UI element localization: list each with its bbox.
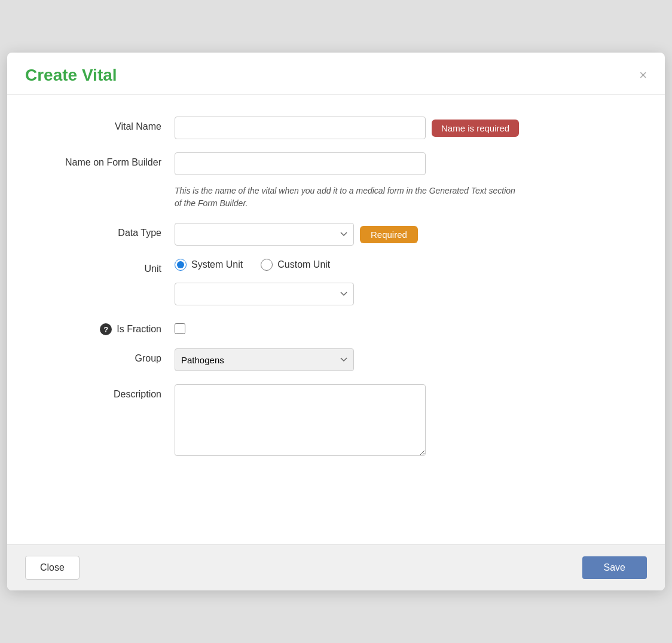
is-fraction-control-wrap	[175, 319, 629, 334]
name-on-form-builder-control-wrap: This is the name of the vital when you a…	[175, 152, 629, 210]
unit-label: Unit	[43, 259, 175, 274]
unit-row: Unit System Unit Custom Unit	[43, 259, 629, 305]
save-button[interactable]: Save	[582, 556, 647, 579]
create-vital-dialog: Create Vital × Vital Name Name is requir…	[7, 53, 665, 590]
data-type-control-wrap: Required	[175, 223, 629, 246]
close-x-button[interactable]: ×	[639, 69, 647, 82]
vital-name-input[interactable]	[175, 117, 426, 139]
description-control-wrap	[175, 384, 629, 456]
data-type-row: Data Type Required	[43, 223, 629, 246]
unit-control-wrap: System Unit Custom Unit	[175, 259, 629, 305]
is-fraction-label-wrap: ? Is Fraction	[43, 319, 175, 335]
custom-unit-option[interactable]: Custom Unit	[261, 259, 330, 271]
fraction-help-icon[interactable]: ?	[100, 323, 112, 335]
unit-select[interactable]	[175, 283, 354, 305]
vital-name-row: Vital Name Name is required	[43, 117, 629, 139]
custom-unit-radio[interactable]	[261, 259, 273, 271]
system-unit-option[interactable]: System Unit	[175, 259, 243, 271]
vital-name-control-wrap: Name is required	[175, 117, 629, 139]
group-select[interactable]: Pathogens	[175, 348, 354, 371]
system-unit-radio[interactable]	[175, 259, 187, 271]
form-builder-help-text: This is the name of the vital when you a…	[175, 185, 521, 210]
unit-radio-group: System Unit Custom Unit	[175, 259, 629, 271]
required-badge: Required	[360, 226, 418, 243]
system-unit-label: System Unit	[191, 259, 243, 270]
dialog-body: Vital Name Name is required Name on Form…	[7, 95, 665, 544]
vital-name-label: Vital Name	[43, 117, 175, 132]
is-fraction-label: Is Fraction	[117, 324, 161, 335]
data-type-select[interactable]	[175, 223, 354, 246]
data-type-label: Data Type	[43, 223, 175, 238]
description-textarea[interactable]	[175, 384, 426, 456]
name-on-form-builder-input[interactable]	[175, 152, 426, 175]
group-row: Group Pathogens	[43, 348, 629, 371]
name-on-form-builder-label: Name on Form Builder	[43, 152, 175, 168]
dialog-header: Create Vital ×	[7, 53, 665, 95]
group-label: Group	[43, 348, 175, 364]
group-control-wrap: Pathogens	[175, 348, 629, 371]
name-on-form-builder-row: Name on Form Builder This is the name of…	[43, 152, 629, 210]
unit-select-wrap	[175, 283, 629, 305]
custom-unit-label: Custom Unit	[277, 259, 330, 270]
close-button[interactable]: Close	[25, 556, 80, 580]
dialog-footer: Close Save	[7, 544, 665, 590]
name-required-error: Name is required	[432, 120, 519, 137]
is-fraction-checkbox[interactable]	[175, 323, 185, 334]
description-label: Description	[43, 384, 175, 400]
description-row: Description	[43, 384, 629, 456]
is-fraction-row: ? Is Fraction	[43, 319, 629, 335]
dialog-title: Create Vital	[25, 66, 117, 85]
